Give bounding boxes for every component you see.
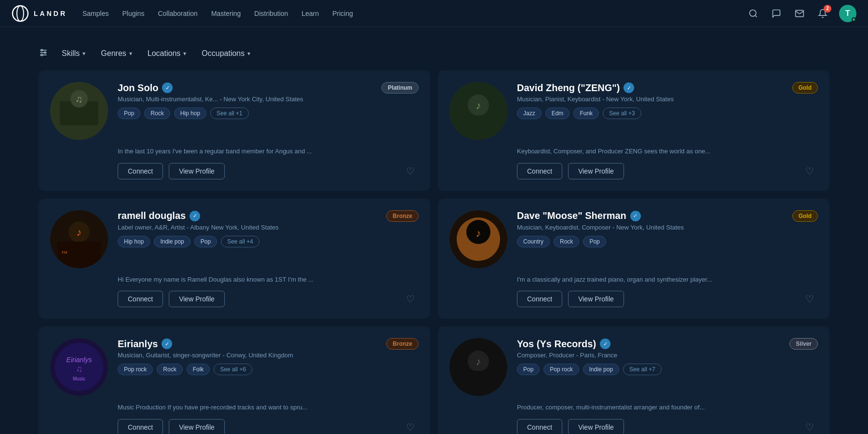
nav-distribution[interactable]: Distribution xyxy=(254,10,288,17)
card-name-row: Jon Solo ✓ Platinum xyxy=(118,82,419,94)
card-info: Dave "Moose" Sherman ✓ Gold Musician, Ke… xyxy=(517,210,818,249)
search-button[interactable] xyxy=(746,7,760,20)
card-header: ♪ Yos (Ys Records) ✓ Silver Composer, Pr… xyxy=(449,338,818,396)
occupations-filter[interactable]: Occupations ▾ xyxy=(200,46,252,61)
user-avatar-button[interactable]: T xyxy=(839,5,856,22)
tag-0[interactable]: Jazz xyxy=(517,108,542,119)
tag-1[interactable]: Rock xyxy=(144,108,170,119)
tag-3[interactable]: See all +4 xyxy=(221,236,259,247)
verified-icon: ✓ xyxy=(600,339,610,349)
nav-mastering[interactable]: Mastering xyxy=(211,10,241,17)
tag-1[interactable]: Rock xyxy=(157,364,182,375)
nav-samples[interactable]: Samples xyxy=(82,10,108,17)
card-name-row: David Zheng ("ZENG") ✓ Gold xyxy=(517,82,818,94)
view-profile-button[interactable]: View Profile xyxy=(169,291,225,307)
mail-button[interactable] xyxy=(793,7,806,20)
favorite-button[interactable]: ♡ xyxy=(805,165,814,177)
favorite-button[interactable]: ♡ xyxy=(406,421,415,433)
connect-button[interactable]: Connect xyxy=(118,163,163,179)
view-profile-button[interactable]: View Profile xyxy=(568,419,624,434)
view-profile-button[interactable]: View Profile xyxy=(169,163,225,179)
tag-2[interactable]: Indie pop xyxy=(583,364,619,375)
view-profile-button[interactable]: View Profile xyxy=(169,419,225,434)
verified-icon: ✓ xyxy=(624,82,634,93)
nav-plugins[interactable]: Plugins xyxy=(122,10,144,17)
card-info: Yos (Ys Records) ✓ Silver Composer, Prod… xyxy=(517,338,818,377)
tag-1[interactable]: Pop rock xyxy=(543,364,579,375)
card-subtitle: Musician, Guitarist, singer-songwriter -… xyxy=(118,352,419,359)
svg-line-3 xyxy=(755,15,757,17)
favorite-button[interactable]: ♡ xyxy=(805,421,814,433)
card-name: David Zheng ("ZENG") xyxy=(517,82,620,94)
card-header: ♪ Dave "Moose" Sherman ✓ Gold Musician, … xyxy=(449,210,818,268)
tier-badge: Gold xyxy=(792,82,818,94)
tag-0[interactable]: Pop xyxy=(118,108,140,119)
connect-button[interactable]: Connect xyxy=(517,419,562,434)
tag-2[interactable]: Hip hop xyxy=(174,108,206,119)
logo[interactable]: LANDR xyxy=(12,5,67,22)
tag-1[interactable]: Rock xyxy=(554,236,579,247)
notification-button[interactable]: 2 xyxy=(816,7,829,20)
card-avatar: ♫ xyxy=(50,82,108,140)
svg-text:FM: FM xyxy=(62,250,68,255)
card-description: Music Production If you have pre-recorde… xyxy=(50,403,419,412)
tag-0[interactable]: Pop xyxy=(517,364,540,375)
nav-learn[interactable]: Learn xyxy=(301,10,319,17)
tag-3[interactable]: See all +3 xyxy=(603,108,641,119)
svg-point-2 xyxy=(750,10,756,16)
connect-button[interactable]: Connect xyxy=(517,291,562,307)
card-avatar: ♪ xyxy=(449,338,507,396)
chat-button[interactable] xyxy=(770,7,783,20)
tag-2[interactable]: Pop xyxy=(583,236,606,247)
card-name: ramell douglas xyxy=(118,210,186,221)
favorite-button[interactable]: ♡ xyxy=(406,293,415,305)
tag-2[interactable]: Funk xyxy=(573,108,599,119)
tag-3[interactable]: See all +6 xyxy=(214,364,252,375)
favorite-button[interactable]: ♡ xyxy=(406,165,415,177)
tag-0[interactable]: Hip hop xyxy=(118,236,150,247)
skills-label: Skills xyxy=(62,49,80,58)
nav-pricing[interactable]: Pricing xyxy=(332,10,353,17)
tier-badge: Platinum xyxy=(381,82,419,94)
avatar-inner: ♪ xyxy=(449,338,507,396)
svg-text:♪: ♪ xyxy=(476,227,481,239)
card-actions: Connect View Profile ♡ xyxy=(449,291,818,307)
tag-3[interactable]: See all +1 xyxy=(210,108,249,119)
tag-1[interactable]: Indie pop xyxy=(154,236,190,247)
connect-button[interactable]: Connect xyxy=(118,291,163,307)
nav-collaboration[interactable]: Collaboration xyxy=(158,10,198,17)
svg-text:♪: ♪ xyxy=(77,226,82,238)
tag-3[interactable]: See all +7 xyxy=(623,364,662,375)
card-info: David Zheng ("ZENG") ✓ Gold Musician, Pi… xyxy=(517,82,818,121)
locations-filter[interactable]: Locations ▾ xyxy=(146,46,189,61)
tag-2[interactable]: Folk xyxy=(187,364,210,375)
card-name-row: Dave "Moose" Sherman ✓ Gold xyxy=(517,210,818,222)
svg-text:Music: Music xyxy=(73,376,85,381)
search-icon xyxy=(748,9,758,18)
skills-filter[interactable]: Skills ▾ xyxy=(60,46,87,61)
view-profile-button[interactable]: View Profile xyxy=(568,291,624,307)
connect-button[interactable]: Connect xyxy=(517,163,562,179)
card-name: Yos (Ys Records) xyxy=(517,339,596,350)
svg-rect-20 xyxy=(57,242,101,268)
genres-filter[interactable]: Genres ▾ xyxy=(99,46,134,61)
svg-rect-34 xyxy=(457,371,500,396)
chat-icon xyxy=(772,9,781,18)
card-subtitle: Musician, Pianist, Keyboardist - New Yor… xyxy=(517,95,818,103)
card-actions: Connect View Profile ♡ xyxy=(50,163,419,179)
view-profile-button[interactable]: View Profile xyxy=(568,163,624,179)
tag-2[interactable]: Pop xyxy=(194,236,217,247)
verified-icon: ✓ xyxy=(162,339,172,349)
card-info: Jon Solo ✓ Platinum Musician, Multi-inst… xyxy=(118,82,419,121)
filter-settings-icon[interactable] xyxy=(39,48,48,60)
card-subtitle: Musician, Keyboardist, Composer - New Yo… xyxy=(517,224,818,231)
occupations-chevron-icon: ▾ xyxy=(247,50,250,57)
tag-1[interactable]: Edm xyxy=(545,108,570,119)
card-tags: PopRockHip hopSee all +1 xyxy=(118,108,419,119)
tag-0[interactable]: Country xyxy=(517,236,550,247)
card-info: Eirianlys ✓ Bronze Musician, Guitarist, … xyxy=(118,338,419,377)
tier-badge: Bronze xyxy=(386,210,419,222)
favorite-button[interactable]: ♡ xyxy=(805,293,814,305)
connect-button[interactable]: Connect xyxy=(118,419,163,434)
tag-0[interactable]: Pop rock xyxy=(118,364,153,375)
